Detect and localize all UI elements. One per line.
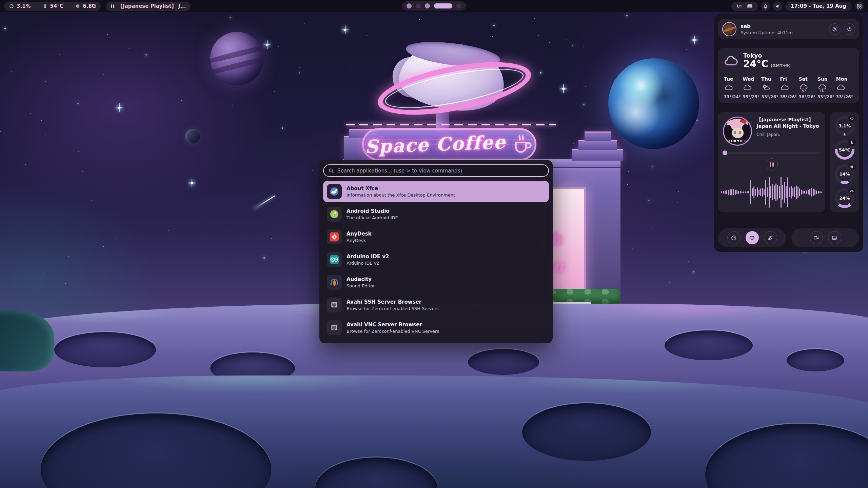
notifications-button[interactable] <box>761 2 770 11</box>
app-row-avahi-ssh-server-browser[interactable]: Avahi SSH Server BrowserBrowse for Zeroc… <box>323 294 549 316</box>
star <box>274 92 275 92</box>
app-row-anydesk[interactable]: AnyDeskAnyDesk <box>323 226 549 247</box>
seek-thumb[interactable] <box>723 150 727 155</box>
memory-value: 6.8G <box>83 3 96 9</box>
workspace-3[interactable] <box>425 3 430 8</box>
waveform-bar <box>748 191 749 194</box>
search-bar[interactable] <box>323 164 549 177</box>
forecast-temps: 33°/26° <box>836 95 853 99</box>
waveform-bar <box>725 190 726 194</box>
cloud-icon-wrap <box>724 83 733 93</box>
tool-video-button[interactable] <box>810 231 823 244</box>
app-row-android-studio[interactable]: Android StudioThe official Android IDE <box>323 204 549 225</box>
volume-button[interactable] <box>773 2 782 11</box>
play-pause-button[interactable] <box>766 158 778 170</box>
tray-app-icon[interactable] <box>736 3 743 9</box>
waveform-bar <box>791 186 792 199</box>
star <box>351 65 352 65</box>
app-name: Avahi VNC Server Browser <box>347 322 439 328</box>
workspace-2[interactable] <box>416 3 421 8</box>
cloud-icon <box>723 54 739 67</box>
star <box>129 105 130 105</box>
gear-icon <box>832 26 838 32</box>
media-pill[interactable]: 【Japanese Playlist】 J... <box>106 2 191 11</box>
waveform-bar <box>742 191 743 193</box>
star <box>688 261 689 262</box>
pause-icon <box>111 4 114 8</box>
star <box>299 72 300 74</box>
star <box>492 36 493 37</box>
waveform-bar <box>767 187 768 197</box>
chip-icon <box>850 165 854 169</box>
workspace-4-active[interactable] <box>434 3 452 8</box>
star <box>103 74 104 75</box>
waveform-bar <box>745 191 746 193</box>
workspace-1[interactable] <box>407 3 412 8</box>
music-player-card: TOKYO L 【Japanese Playlist】 Japan All Ni… <box>718 112 825 212</box>
power-profile-speedometer-button[interactable] <box>727 231 741 244</box>
track-title: 【Japanese Playlist】 Japan All Night - To… <box>756 117 821 129</box>
workspace-indicator <box>402 1 466 11</box>
cloud-icon-wrap <box>780 83 789 93</box>
star <box>585 86 586 87</box>
seek-bar[interactable] <box>723 150 821 155</box>
app-row-avahi-vnc-server-browser[interactable]: Avahi VNC Server BrowserBrowse for Zeroc… <box>323 317 549 338</box>
thermometer-icon <box>42 3 48 9</box>
album-art: TOKYO L <box>723 117 752 146</box>
star <box>116 238 117 239</box>
power-profile-scales-button[interactable] <box>746 231 759 244</box>
workspace-5[interactable] <box>456 3 461 8</box>
star <box>25 164 26 165</box>
forecast-day-tue: Tue33°/24° <box>723 76 742 99</box>
dashboard-button[interactable] <box>855 2 864 11</box>
roof-tier <box>585 131 611 141</box>
sparkle-star <box>690 36 699 44</box>
waveform-bar <box>794 187 795 197</box>
power-icon <box>846 26 852 32</box>
forecast-day-label: Fri <box>780 76 787 82</box>
cloud-icon <box>724 83 733 93</box>
star <box>129 48 130 49</box>
star <box>678 191 679 192</box>
rain-icon <box>799 83 808 93</box>
waveform-bar <box>799 188 800 196</box>
network-server-icon <box>329 300 340 310</box>
forecast-day-label: Mon <box>836 76 848 82</box>
star <box>693 271 694 272</box>
thermometer-gauge: 54°C <box>835 140 854 160</box>
anydesk-app-icon <box>327 229 342 244</box>
clock[interactable]: 17:09 - Tue, 19 Aug <box>785 2 852 11</box>
app-row-arduino-ide-v2[interactable]: Arduino IDE v2Arduino IDE v2 <box>323 249 549 270</box>
star <box>103 246 104 247</box>
star <box>0 131 1 132</box>
forecast-day-label: Sun <box>817 76 828 82</box>
forecast-day-fri: Fri35°/26° <box>779 76 798 99</box>
crater <box>522 403 651 461</box>
star <box>230 17 231 18</box>
forecast-day-wed: Wed35°/25° <box>742 76 761 99</box>
system-tray[interactable] <box>731 2 758 11</box>
forecast-temps: 35°/25° <box>743 95 760 99</box>
star <box>271 238 272 239</box>
cloud-icon <box>836 83 846 93</box>
app-row-about-xfce[interactable]: About XfceInformation about the Xfce Des… <box>323 181 549 202</box>
waveform-bar <box>772 184 773 200</box>
thermometer-icon <box>850 140 854 145</box>
audacity-app-icon <box>327 275 342 290</box>
app-description: Sound Editor <box>347 283 375 288</box>
search-input[interactable] <box>337 168 544 174</box>
video-icon <box>813 235 820 241</box>
waveform-bar <box>755 189 756 196</box>
app-row-audacity[interactable]: AudacitySound Editor <box>323 272 549 293</box>
power-profile-leaf-button[interactable] <box>764 231 777 244</box>
waveform-bar <box>781 177 782 208</box>
waveform-bar <box>808 190 809 195</box>
network-server-icon <box>329 322 340 333</box>
power-button[interactable] <box>844 23 855 35</box>
image-tray-icon[interactable] <box>747 3 753 9</box>
waveform-bar <box>809 189 810 196</box>
tool-screenshot-button[interactable] <box>828 231 841 244</box>
star <box>651 228 652 228</box>
star <box>677 202 677 203</box>
settings-button[interactable] <box>829 23 841 35</box>
